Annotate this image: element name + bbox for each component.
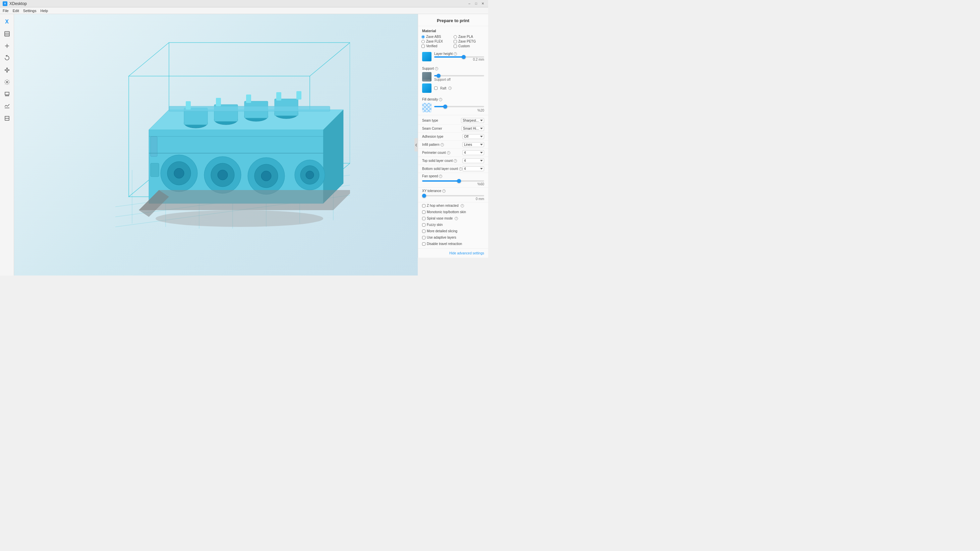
- panel-collapse-button[interactable]: ❮: [414, 138, 418, 151]
- bottom-solid-row: Bottom solid layer count ? 4: [418, 165, 488, 173]
- monotonic-label: Monotonic top/bottom skin: [427, 210, 466, 214]
- top-solid-info-icon[interactable]: ?: [453, 159, 457, 162]
- toolbar-move-button[interactable]: [2, 65, 12, 75]
- monotonic-checkbox-row[interactable]: Monotonic top/bottom skin: [418, 209, 488, 215]
- fuzzy-skin-checkbox[interactable]: [422, 223, 425, 227]
- raft-info-icon[interactable]: ?: [448, 86, 452, 90]
- menu-file[interactable]: File: [3, 9, 9, 13]
- bottom-solid-select[interactable]: 4: [462, 166, 484, 171]
- svg-rect-66: [296, 91, 301, 100]
- svg-point-48: [218, 170, 228, 180]
- fan-speed-slider[interactable]: [422, 180, 484, 182]
- layer-height-icon-row: Layer height ? 0.2 mm: [422, 52, 484, 61]
- material-radio-abs[interactable]: [422, 35, 425, 38]
- menu-settings[interactable]: Settings: [23, 9, 37, 13]
- svg-point-51: [261, 171, 271, 181]
- fan-speed-info-icon[interactable]: ?: [439, 175, 442, 178]
- spiral-vase-checkbox-row[interactable]: Spiral vase mode ?: [418, 215, 488, 222]
- material-check-petg[interactable]: [453, 40, 457, 43]
- svg-rect-57: [169, 106, 330, 111]
- disable-travel-checkbox-row[interactable]: Disable travel retraction: [418, 241, 488, 247]
- z-hop-info-icon[interactable]: ?: [461, 204, 464, 208]
- z-hop-checkbox-row[interactable]: Z hop when retracted ?: [418, 202, 488, 209]
- infill-pattern-row: Infill pattern ? Lines: [418, 141, 488, 149]
- material-radio-flex[interactable]: [422, 40, 425, 43]
- detailed-slicing-label: More detailed slicing: [427, 229, 457, 233]
- adaptive-layers-checkbox[interactable]: [422, 236, 425, 239]
- layer-height-slider-row: Layer height ? 0.2 mm: [434, 52, 484, 61]
- menu-help[interactable]: Help: [40, 9, 48, 13]
- perimeter-count-select[interactable]: 4: [462, 150, 484, 155]
- adhesion-type-select[interactable]: Off: [462, 134, 484, 139]
- adhesion-type-label: Adhesion type: [422, 135, 462, 138]
- toolbar-slice-button[interactable]: [2, 113, 12, 123]
- raft-checkbox[interactable]: [434, 86, 438, 90]
- settings-section: Seam type Sharpest... Seam Corner Smart …: [418, 115, 488, 248]
- disable-travel-checkbox[interactable]: [422, 242, 425, 246]
- support-info-icon[interactable]: ?: [435, 67, 438, 70]
- bottom-solid-label: Bottom solid layer count ?: [422, 167, 462, 171]
- seam-corner-select[interactable]: Smart Hi...: [461, 126, 484, 131]
- material-option-pla[interactable]: Zaxe PLA: [453, 35, 485, 38]
- xy-tolerance-slider[interactable]: [422, 195, 484, 196]
- app-title: XDesktop: [10, 2, 467, 6]
- svg-point-5: [6, 81, 8, 83]
- xy-tolerance-info-icon[interactable]: ?: [442, 189, 445, 193]
- adhesion-type-row: Adhesion type Off: [418, 133, 488, 141]
- spiral-vase-info-icon[interactable]: ?: [455, 217, 458, 220]
- infill-pattern-info-icon[interactable]: ?: [441, 143, 444, 146]
- monotonic-checkbox[interactable]: [422, 211, 425, 214]
- perimeter-count-label: Perimeter count ?: [422, 151, 462, 154]
- detailed-slicing-checkbox[interactable]: [422, 230, 425, 233]
- support-slider[interactable]: [434, 75, 484, 76]
- raft-icon: [422, 83, 431, 93]
- toolbar-logo-button[interactable]: X: [2, 17, 12, 27]
- menu-edit[interactable]: Edit: [13, 9, 19, 13]
- perimeter-count-info-icon[interactable]: ?: [447, 151, 450, 154]
- material-option-verified[interactable]: Verified: [422, 44, 453, 48]
- z-hop-checkbox[interactable]: [422, 204, 425, 208]
- top-solid-select[interactable]: 4: [462, 158, 484, 163]
- fan-speed-row: Fan speed ? %60: [418, 173, 488, 188]
- material-label-custom: Custom: [458, 44, 470, 48]
- bottom-solid-info-icon[interactable]: ?: [459, 167, 462, 171]
- fill-density-slider[interactable]: [434, 106, 484, 107]
- material-option-abs[interactable]: Zaxe ABS: [422, 35, 453, 38]
- fill-density-info-icon[interactable]: ?: [439, 98, 442, 101]
- adaptive-layers-checkbox-row[interactable]: Use adaptive layers: [418, 234, 488, 241]
- viewport[interactable]: [14, 14, 418, 275]
- hide-advanced-link[interactable]: Hide advanced settings: [449, 251, 484, 255]
- material-radio-pla[interactable]: [453, 35, 457, 38]
- toolbar-add-button[interactable]: [2, 41, 12, 51]
- detailed-slicing-checkbox-row[interactable]: More detailed slicing: [418, 228, 488, 234]
- spiral-vase-checkbox[interactable]: [422, 217, 425, 220]
- seam-type-select[interactable]: Sharpest...: [461, 118, 484, 123]
- 3d-scene: [82, 36, 350, 254]
- adaptive-layers-label: Use adaptive layers: [427, 236, 456, 239]
- main-area: X: [0, 14, 488, 275]
- maximize-button[interactable]: □: [473, 2, 479, 6]
- toolbar-rotate-button[interactable]: [2, 53, 12, 63]
- top-solid-label: Top solid layer count ?: [422, 159, 462, 162]
- fan-speed-label: Fan speed: [422, 174, 438, 178]
- fuzzy-skin-checkbox-row[interactable]: Fuzzy skin: [418, 222, 488, 228]
- toolbar-supports-button[interactable]: [2, 89, 12, 99]
- toolbar-gear-button[interactable]: [2, 77, 12, 87]
- svg-point-45: [174, 168, 184, 178]
- toolbar-layers-button[interactable]: [2, 29, 12, 39]
- panel-footer[interactable]: Hide advanced settings: [418, 248, 488, 258]
- material-check-verified[interactable]: [422, 44, 425, 48]
- disable-travel-label: Disable travel retraction: [427, 242, 462, 246]
- toolbar-analysis-button[interactable]: [2, 101, 12, 111]
- minimize-button[interactable]: –: [467, 2, 472, 6]
- material-option-flex[interactable]: Zaxe FLEX: [422, 40, 453, 43]
- infill-pattern-select[interactable]: Lines: [462, 142, 484, 147]
- material-check-custom[interactable]: [453, 44, 457, 48]
- material-option-petg[interactable]: Zaxe PETG: [453, 40, 485, 43]
- seam-type-label: Seam type: [422, 119, 461, 122]
- fill-density-icon: [422, 103, 431, 112]
- material-option-custom[interactable]: Custom: [453, 44, 485, 48]
- svg-rect-63: [216, 98, 221, 106]
- close-button[interactable]: ✕: [480, 2, 485, 6]
- layer-height-section: Layer height ? 0.2 mm: [418, 51, 488, 65]
